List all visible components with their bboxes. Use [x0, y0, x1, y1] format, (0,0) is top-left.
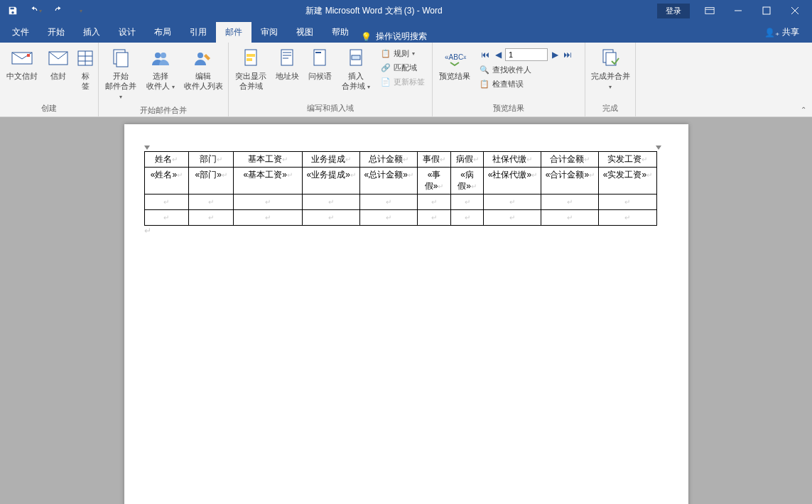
titlebar: ▾ ▾ 新建 Microsoft Word 文档 (3) - Word 登录	[0, 0, 812, 21]
check-icon: 📋	[480, 80, 489, 89]
match-icon: 🔗	[381, 63, 391, 72]
merge-field-cell[interactable]: «病假»↵	[450, 168, 484, 195]
select-recipients-button[interactable]: 选择 收件人 ▾	[141, 45, 180, 94]
people-icon	[149, 47, 172, 70]
check-errors-button[interactable]: 📋检查错误	[477, 77, 580, 91]
greeting-button[interactable]: 问候语	[304, 45, 335, 82]
svg-rect-3	[763, 7, 770, 14]
tab-file[interactable]: 文件	[3, 22, 38, 43]
tab-home[interactable]: 开始	[38, 22, 74, 43]
merge-field-cell[interactable]: «总计金额»↵	[360, 168, 418, 195]
svg-rect-19	[247, 54, 255, 57]
document-page[interactable]: 姓名↵ 部门↵ 基本工资↵ 业务提成↵ 总计金额↵ 事假↵ 病假↵ 社保代缴↵ …	[124, 124, 688, 504]
merge-field-cell[interactable]: «合计金额»↵	[541, 168, 599, 195]
svg-point-16	[161, 53, 166, 58]
greeting-icon	[308, 47, 331, 70]
paragraph-mark: ↵	[144, 226, 688, 236]
group-preview: «ABC» 预览结果 ⏮ ◀ ▶ ⏭ 🔍查找收件人 📋检查错误 预览结果	[433, 43, 585, 116]
match-fields-button[interactable]: 🔗匹配域	[378, 61, 428, 75]
table-header[interactable]: 实发工资↵	[599, 152, 656, 168]
qat-customize-button[interactable]: ▾	[71, 2, 91, 19]
tab-review[interactable]: 审阅	[251, 22, 287, 43]
highlight-icon	[239, 47, 262, 70]
ribbon: 中文信封 信封 标 签 创建 开始 邮件合并 ▾ 选择 收件人 ▾	[0, 43, 812, 117]
merge-field-cell[interactable]: «事假»↵	[418, 168, 451, 195]
highlight-fields-button[interactable]: 突出显示 合并域	[232, 45, 270, 92]
window-controls: 登录	[657, 1, 809, 21]
address-block-button[interactable]: 地址块	[271, 45, 303, 82]
login-button[interactable]: 登录	[657, 4, 690, 18]
close-button[interactable]	[781, 1, 809, 21]
tab-insert[interactable]: 插入	[74, 22, 109, 43]
document-area[interactable]: 姓名↵ 部门↵ 基本工资↵ 业务提成↵ 总计金额↵ 事假↵ 病假↵ 社保代缴↵ …	[0, 117, 812, 504]
prev-record-button[interactable]: ◀	[492, 49, 504, 60]
merge-table[interactable]: 姓名↵ 部门↵ 基本工资↵ 业务提成↵ 总计金额↵ 事假↵ 病假↵ 社保代缴↵ …	[144, 151, 657, 226]
record-number-input[interactable]	[505, 48, 548, 61]
table-header[interactable]: 合计金额↵	[541, 152, 599, 168]
minimize-button[interactable]	[724, 1, 752, 21]
table-header[interactable]: 基本工资↵	[234, 152, 303, 168]
table-header[interactable]: 业务提成↵	[303, 152, 360, 168]
edit-recipients-button[interactable]: 编辑 收件人列表	[181, 45, 225, 92]
lightbulb-icon: 💡	[361, 32, 372, 42]
search-icon: 🔍	[480, 65, 489, 75]
start-merge-button[interactable]: 开始 邮件合并 ▾	[102, 45, 140, 104]
tab-references[interactable]: 引用	[180, 22, 216, 43]
envelope-icon	[47, 47, 70, 70]
merge-field-cell[interactable]: «部门»↵	[189, 168, 234, 195]
table-row: ↵↵↵↵↵↵↵↵↵↵	[144, 195, 656, 210]
next-record-button[interactable]: ▶	[549, 49, 561, 60]
finish-merge-button[interactable]: 完成并合并▾	[588, 45, 632, 94]
first-record-button[interactable]: ⏮	[480, 49, 491, 60]
tab-view[interactable]: 视图	[287, 22, 323, 43]
last-record-button[interactable]: ⏭	[562, 49, 573, 60]
group-create: 中文信封 信封 标 签 创建	[0, 43, 99, 116]
merge-field-cell[interactable]: «姓名»↵	[144, 168, 189, 195]
svg-point-17	[197, 53, 203, 58]
merge-field-cell[interactable]: «基本工资»↵	[234, 168, 303, 195]
labels-icon	[74, 47, 97, 70]
share-button[interactable]: 👤₊ 共享	[754, 22, 809, 43]
rules-button[interactable]: 📋规则 ▾	[378, 47, 428, 60]
table-header[interactable]: 姓名↵	[144, 152, 189, 168]
ribbon-display-button[interactable]	[695, 1, 724, 21]
insert-field-icon	[345, 47, 367, 70]
redo-button[interactable]	[48, 2, 68, 19]
maximize-button[interactable]	[752, 1, 781, 21]
address-icon	[276, 47, 298, 70]
start-merge-icon	[109, 47, 132, 70]
rules-icon: 📋	[381, 49, 391, 58]
group-start-merge: 开始 邮件合并 ▾ 选择 收件人 ▾ 编辑 收件人列表 开始邮件合并	[99, 43, 229, 116]
envelope-button[interactable]: 信封	[43, 45, 74, 82]
labels-button[interactable]: 标 签	[75, 45, 95, 92]
ribbon-tabs: 文件 开始 插入 设计 布局 引用 邮件 审阅 视图 帮助 💡 操作说明搜索 👤…	[0, 21, 812, 43]
svg-rect-21	[281, 50, 293, 65]
svg-rect-7	[27, 54, 30, 57]
svg-rect-18	[245, 50, 256, 65]
svg-text:«ABC»: «ABC»	[445, 53, 466, 61]
table-header[interactable]: 部门↵	[189, 152, 234, 168]
merge-field-cell[interactable]: «实发工资»↵	[599, 168, 656, 195]
table-header[interactable]: 事假↵	[418, 152, 451, 168]
cn-envelope-button[interactable]: 中文信封	[3, 45, 41, 82]
save-button[interactable]	[3, 2, 23, 19]
merge-field-cell[interactable]: «社保代缴»↵	[484, 168, 541, 195]
undo-button[interactable]: ▾	[26, 2, 45, 19]
preview-results-button[interactable]: «ABC» 预览结果	[435, 45, 474, 82]
tab-help[interactable]: 帮助	[323, 22, 358, 43]
cn-envelope-icon	[11, 47, 33, 70]
tab-layout[interactable]: 布局	[145, 22, 180, 43]
collapse-ribbon-button[interactable]: ⌃	[801, 106, 806, 114]
svg-rect-20	[247, 58, 252, 61]
table-row: «姓名»↵ «部门»↵ «基本工资»↵ «业务提成»↵ «总计金额»↵ «事假»…	[144, 168, 656, 195]
tab-design[interactable]: 设计	[109, 22, 145, 43]
table-header[interactable]: 社保代缴↵	[484, 152, 541, 168]
table-header[interactable]: 总计金额↵	[360, 152, 418, 168]
tell-me-search[interactable]: 💡 操作说明搜索	[361, 31, 427, 43]
merge-field-cell[interactable]: «业务提成»↵	[303, 168, 360, 195]
tab-mailings[interactable]: 邮件	[216, 22, 251, 43]
table-header[interactable]: 病假↵	[450, 152, 484, 168]
svg-point-15	[155, 53, 161, 58]
find-recipient-button[interactable]: 🔍查找收件人	[477, 63, 580, 77]
insert-field-button[interactable]: 插入 合并域 ▾	[337, 45, 375, 94]
